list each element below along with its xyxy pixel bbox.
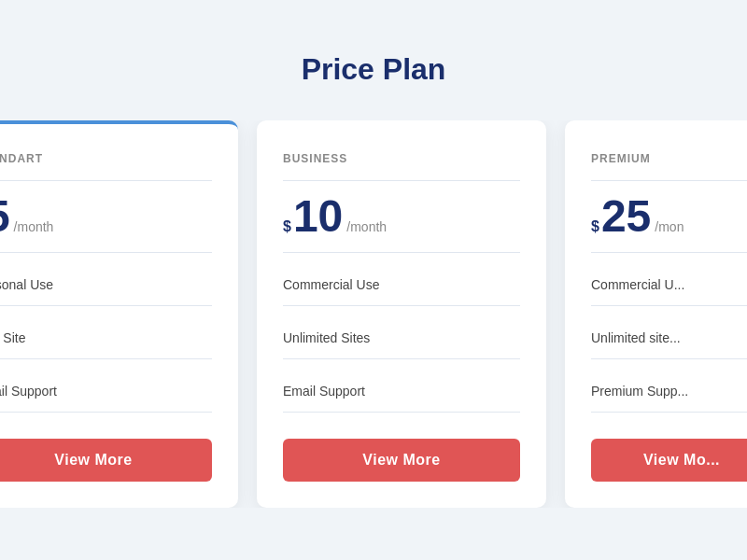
view-more-button-standard[interactable]: View More [0, 439, 212, 482]
divider [0, 358, 212, 359]
feature-commercial-use: Commercial Use [283, 266, 520, 292]
view-more-button-business[interactable]: View More [283, 439, 520, 482]
divider [283, 412, 520, 413]
plan-card-business: BUSINESS $ 10 /month Commercial Use Unli… [257, 120, 546, 508]
price-row-standard: $ 5 /month [0, 194, 212, 239]
price-period-business: /month [346, 219, 387, 234]
plan-card-premium: PREMIUM $ 25 /mon Commercial U... Unlimi… [565, 120, 747, 508]
price-amount-premium: 25 [601, 194, 651, 239]
cards-container: STANDART $ 5 /month Personal Use One Sit… [0, 120, 747, 508]
plan-name-standard: STANDART [0, 152, 212, 165]
page-title: Price Plan [302, 52, 446, 87]
price-amount-business: 10 [293, 194, 343, 239]
price-row-business: $ 10 /month [283, 194, 520, 239]
feature-premium-support: Premium Supp... [591, 372, 747, 399]
price-period-standard: /month [14, 219, 54, 234]
plan-name-business: BUSINESS [283, 152, 520, 165]
feature-email-support-business: Email Support [283, 372, 520, 399]
divider [0, 252, 212, 253]
divider [0, 412, 212, 413]
divider [591, 305, 747, 306]
feature-email-support-standard: Email Support [0, 372, 212, 399]
feature-one-site: One Site [0, 319, 212, 345]
plan-card-standard: STANDART $ 5 /month Personal Use One Sit… [0, 120, 238, 508]
divider [591, 252, 747, 253]
divider [283, 252, 520, 253]
feature-commercial-use-premium: Commercial U... [591, 266, 747, 292]
feature-unlimited-sites: Unlimited Sites [283, 319, 520, 345]
price-amount-standard: 5 [0, 194, 10, 239]
feature-personal-use: Personal Use [0, 266, 212, 292]
divider [283, 180, 520, 181]
price-row-premium: $ 25 /mon [591, 194, 747, 239]
price-dollar-business: $ [283, 218, 291, 235]
divider [283, 358, 520, 359]
plan-name-premium: PREMIUM [591, 152, 747, 165]
divider [0, 305, 212, 306]
divider [591, 412, 747, 413]
divider [0, 180, 212, 181]
view-more-button-premium[interactable]: View Mo... [591, 439, 747, 482]
feature-unlimited-sites-premium: Unlimited site... [591, 319, 747, 345]
divider [283, 305, 520, 306]
price-dollar-premium: $ [591, 218, 599, 235]
divider [591, 180, 747, 181]
divider [591, 358, 747, 359]
price-period-premium: /mon [655, 219, 684, 234]
